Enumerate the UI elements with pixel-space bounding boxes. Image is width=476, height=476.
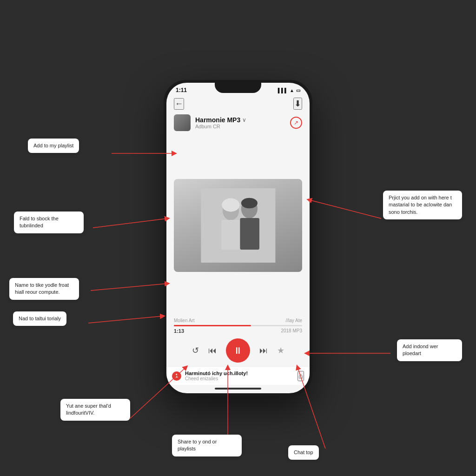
track-thumbnail (174, 114, 191, 131)
svg-line-8 (93, 218, 167, 228)
next-icon: ⏭ (259, 346, 268, 356)
svg-rect-5 (240, 218, 259, 250)
time-total: 2018 MP3 (281, 328, 302, 334)
progress-fill (174, 325, 251, 326)
annotation-chat: Chat top (288, 445, 319, 460)
track-title: Harmonie MP3 (195, 116, 240, 124)
track-album: Adbum CR (195, 124, 246, 129)
header: ← ⬇ (166, 96, 310, 112)
svg-line-10 (88, 316, 163, 323)
controls: ↺ ⏮ ⏸ ⏭ ★ (166, 336, 310, 366)
now-playing-text: Harminutó ichy uch.illoty! Cheed enizali… (185, 370, 294, 381)
now-playing-subtitle: Cheed enizalies (185, 376, 294, 381)
wifi-icon: ▲ (290, 88, 294, 93)
now-playing-title: Harminutó ichy uch.illoty! (185, 370, 294, 376)
now-playing-badge: 1 (172, 371, 181, 381)
pause-button[interactable]: ⏸ (226, 338, 250, 363)
signal-icon: ▌▌▌ (278, 88, 288, 93)
star-icon: ★ (277, 345, 284, 356)
song-label-left: Molien Art (174, 318, 194, 323)
album-art (174, 179, 302, 272)
next-button[interactable]: ⏭ (259, 346, 268, 356)
svg-line-9 (91, 284, 167, 291)
annotation-add-playlist: Add to my playlist (28, 139, 79, 153)
svg-rect-2 (221, 220, 240, 250)
song-labels: Molien Art //lay Ate (166, 316, 310, 325)
home-icon: ⌂ (298, 372, 303, 380)
phone-screen: 1:11 ▌▌▌ ▲ ▭ ← ⬇ Harmonie MP3 ∨ Adbum CR (166, 83, 310, 393)
track-more-button[interactable]: ↗ (290, 117, 302, 129)
prev-icon: ⏮ (208, 346, 217, 356)
time-current: 1:13 (174, 328, 184, 334)
annotation-project: Prjict you add on with here t mastarial … (383, 191, 462, 219)
track-info: Harmonie MP3 ∨ Adbum CR ↗ (166, 112, 310, 135)
download-button[interactable]: ⬇ (293, 98, 302, 110)
annotation-fold: Fald to sbock the tubnlinded (14, 212, 84, 233)
annotation-nad: Nad to taltui torialy (13, 311, 66, 326)
battery-icon: ▭ (296, 88, 300, 93)
progress-container[interactable] (166, 325, 310, 326)
time-display: 1:13 2018 MP3 (166, 326, 310, 336)
progress-bar[interactable] (174, 325, 302, 326)
home-indicator (166, 385, 310, 393)
svg-point-6 (241, 198, 257, 208)
repeat-button[interactable]: ↺ (192, 345, 199, 356)
more-icon: ↗ (294, 119, 298, 126)
track-chevron-icon[interactable]: ∨ (242, 117, 246, 123)
album-art-image (174, 179, 302, 272)
phone-shell: 1:11 ▌▌▌ ▲ ▭ ← ⬇ Harmonie MP3 ∨ Adbum CR (164, 80, 312, 396)
annotation-name: Name to tike yodle froat hiall reour com… (9, 278, 79, 300)
prev-button[interactable]: ⏮ (208, 346, 217, 356)
svg-point-3 (222, 198, 239, 212)
back-button[interactable]: ← (174, 98, 184, 110)
svg-line-14 (309, 200, 381, 218)
now-playing-bar: 1 Harminutó ichy uch.illoty! Cheed eniza… (166, 366, 310, 385)
album-art-container (166, 135, 310, 316)
home-bar (215, 388, 261, 390)
pause-icon: ⏸ (233, 345, 243, 356)
couple-illustration (187, 188, 290, 263)
song-label-right: //lay Ate (285, 318, 302, 323)
track-details: Harmonie MP3 ∨ Adbum CR (195, 116, 246, 129)
home-button[interactable]: ⌂ (298, 371, 304, 381)
status-time: 1:11 (176, 87, 187, 93)
track-name-row: Harmonie MP3 ∨ (195, 116, 246, 124)
notch (215, 83, 261, 93)
annotation-share: Share to y ond or playlists (172, 435, 242, 456)
annotation-add-ind: Add indond wer ploedart (397, 339, 462, 361)
track-thumb-image (174, 114, 191, 131)
annotation-yut: Yut ane super thal'd lindfouritVIV. (60, 399, 130, 421)
repeat-icon: ↺ (192, 345, 199, 356)
status-icons: ▌▌▌ ▲ ▭ (278, 88, 300, 93)
favorite-button[interactable]: ★ (277, 345, 284, 356)
